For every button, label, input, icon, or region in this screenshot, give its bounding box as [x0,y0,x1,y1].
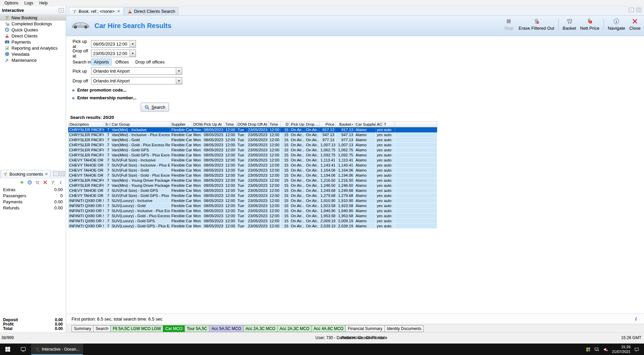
result-row[interactable]: CHRYSLER PACIFIC...7Van(Mini) - Gold GPS… [68,148,437,153]
maximize-panel-icon[interactable]: ▢ [60,172,65,176]
section-tab-financial-summary[interactable]: Financial Summary [345,325,385,332]
navigate-button[interactable]: Navigate [608,18,625,31]
booking-contents-row[interactable]: Passengers0 [0,193,66,199]
column-header-dow[interactable]: DOW [236,121,247,127]
pickup-combobox[interactable]: Orlando Intl Airport ▼ [91,67,182,75]
maximize-view-icon[interactable]: ▢ [636,8,641,12]
column-header-time[interactable]: Time [269,121,281,127]
chevron-down-icon[interactable]: ▼ [130,41,136,47]
section-tab-acc-4a-6c-mco[interactable]: Acc 4A,6C MCO [311,325,346,332]
sidebar-item-reporting-and-analytics[interactable]: Reporting and Analytics [0,45,66,51]
close-button[interactable]: Close [629,18,641,31]
membership-number-expander[interactable]: ▶ Enter membership number... [73,95,136,100]
chevron-down-icon[interactable]: ▼ [130,50,136,57]
stop-button[interactable]: Stop [503,18,514,31]
result-row[interactable]: CHRYSLER PACIFIC...7Van(Mini) - Inclusiv… [68,132,437,137]
info-icon[interactable]: i [635,316,637,322]
section-tab-car-mco[interactable]: Car MCO [163,325,185,332]
section-tab-acc-2a-3c-mco[interactable]: Acc 2A,3C MCO [277,325,312,332]
result-row[interactable]: INFINITI QX80 OR SI...7SUV(Luxury) - Gol… [68,203,437,208]
result-row[interactable]: INFINITI QX80 OR SI...7SUV(Luxury) - Inc… [68,208,437,213]
menu-options[interactable]: Options [1,0,21,6]
start-button[interactable] [0,344,16,355]
section-tab-flt-5a-5c-lgw-mco-lgw[interactable]: Flt 5A,5C LGW MCO LGW [110,325,163,332]
basket-button[interactable]: Basket [563,18,576,31]
result-row[interactable]: CHRYSLER PACIFIC...7Van(Mini) - Gold - P… [68,143,437,148]
sidebar-item-maintenance[interactable]: Maintenance [0,57,66,63]
result-row[interactable]: CHEVY TAHOE OR ...7SUV(Full Size) - Incl… [68,158,437,163]
network-icon[interactable] [594,347,599,352]
section-tab-acc-2a-3c-mco[interactable]: Acc 2A,3C MCO [243,325,278,332]
filter-icon[interactable]: ▽ [108,123,110,126]
column-header-time[interactable]: Time [224,121,236,127]
delete-icon[interactable] [43,180,48,185]
column-header-pick-up[interactable]: Pick Up [290,121,305,127]
section-tab-summary[interactable]: Summary [72,325,93,332]
close-icon[interactable]: ✕ [45,172,48,176]
sidebar-item-viewdata[interactable]: Viewdata [0,51,66,57]
dropoff-at-combobox[interactable]: 23/05/2023 12:00 ▼ [91,50,136,57]
menu-help[interactable]: Help [36,0,51,6]
booking-contents-row[interactable]: Extras0.00 [0,186,66,193]
booking-contents-row[interactable]: Payments0.00 [0,199,66,205]
sidebar-item-completed-bookings[interactable]: Completed Bookings [0,21,66,27]
add-icon[interactable] [20,180,24,185]
column-header-s[interactable]: S▽ [104,121,111,127]
minimize-panel-icon[interactable]: − [54,172,59,176]
chevron-down-icon[interactable]: ▼ [176,68,182,74]
nett-price-button[interactable]: Nett Price [580,18,599,31]
column-header-basket[interactable]: Basket▾ [336,121,355,127]
tab-direct-clients-search[interactable]: Direct Clients Search [124,7,178,15]
minimize-view-icon[interactable]: − [629,8,634,12]
clock-icon[interactable] [27,180,32,185]
sidebar-item-quick-quotes[interactable]: Quick Quotes [0,27,66,33]
result-row[interactable]: INFINITI QX80 OR SI...7SUV(Luxury) - Gol… [68,224,437,229]
section-tab-identity-documents[interactable]: Identity Documents [385,325,424,332]
result-row[interactable]: CHRYSLER PACIFIC...7Van(Mini) - Young Dr… [68,183,437,188]
column-header-t[interactable]: T [383,121,395,127]
search-in-option-offices[interactable]: Offices [113,58,132,66]
sidebar-item-new-booking[interactable]: New Booking [0,15,66,21]
booking-contents-row[interactable]: Refunds0.00 [0,205,66,211]
close-tab-icon[interactable]: ✕ [117,9,120,14]
result-row[interactable]: CHEVY TAHOE OR ...7SUV(Full Size) - Gold… [68,168,437,173]
result-row[interactable]: CHEVY TAHOE OR ...7SUV(Full Size) - Gold… [68,173,437,178]
search-in-option-drop-off-offices[interactable]: Drop off offices [133,58,167,66]
result-row[interactable]: CHEVY TAHOE OR ...7SUV(Full Size) - Gold… [68,188,437,193]
sidebar-item-payments[interactable]: $Payments [0,39,66,45]
tray-app-icon[interactable] [586,347,591,352]
promotion-code-expander[interactable]: ▶ Enter promotion code... [73,87,127,93]
column-header-drop-[interactable]: Drop ... [305,121,319,127]
erase-filtered-out-button[interactable]: Erase Filtered Out [519,18,554,31]
basket-add-icon[interactable] [35,180,40,185]
result-row[interactable]: CHRYSLER PACIFIC...7Van(Mini) - Young Dr… [68,178,437,183]
section-tab-tour-5a-5c[interactable]: Tour 5A,5C [185,325,209,332]
task-view-button[interactable] [16,344,31,355]
chevron-down-icon[interactable]: ▼ [176,77,182,84]
palm-icon[interactable] [51,180,55,185]
pickup-at-combobox[interactable]: 08/05/2023 12:00 ▼ [91,40,136,48]
result-row[interactable]: CHRYSLER PACIFIC...7Van(Mini) - GoldFlex… [68,137,437,143]
result-row[interactable]: CHEVY TAHOE OR ...7SUV(Full Size) - Gold… [68,193,437,198]
result-row[interactable]: CHEVY TAHOE OR ...7SUV(Full Size) - Incl… [68,163,437,168]
dropoff-combobox[interactable]: Orlando Intl Airport ▼ [91,77,182,84]
column-header-dow[interactable]: DOW [192,121,203,127]
info-icon[interactable]: i [58,180,63,185]
column-header-car-group[interactable]: Car Group [111,121,170,127]
search-in-option-airports[interactable]: Airports [91,58,112,66]
column-header-car-supplier[interactable]: Car Supplier [355,121,376,127]
taskbar-app-button[interactable]: Interactive - Ocean... [31,344,83,355]
section-tab-acc-5a-5c-mco[interactable]: Acc 5A,5C MCO [209,325,244,332]
result-row[interactable]: INFINITI QX80 OR SI...7SUV(Luxury) - Gol… [68,219,437,224]
section-tab-search[interactable]: Search [93,325,111,332]
sidebar-item-direct-clients[interactable]: Direct Clients [0,33,66,39]
menu-logs[interactable]: Logs [21,0,36,6]
result-row[interactable]: INFINITI QX80 OR SI...7SUV(Luxury) - Inc… [68,198,437,203]
result-row[interactable]: CHRYSLER PACIFIC...7Van(Mini) - Gold GPS… [68,153,437,158]
search-button[interactable]: Search [141,103,169,111]
column-header-drop-off-at[interactable]: Drop Off At [247,121,269,127]
taskbar-clock[interactable]: 15:26 21/07/2021 [612,345,631,354]
collapse-panel-icon[interactable]: − [59,8,64,12]
column-header-description[interactable]: Description [68,121,104,127]
notification-center-icon[interactable] [634,347,639,352]
